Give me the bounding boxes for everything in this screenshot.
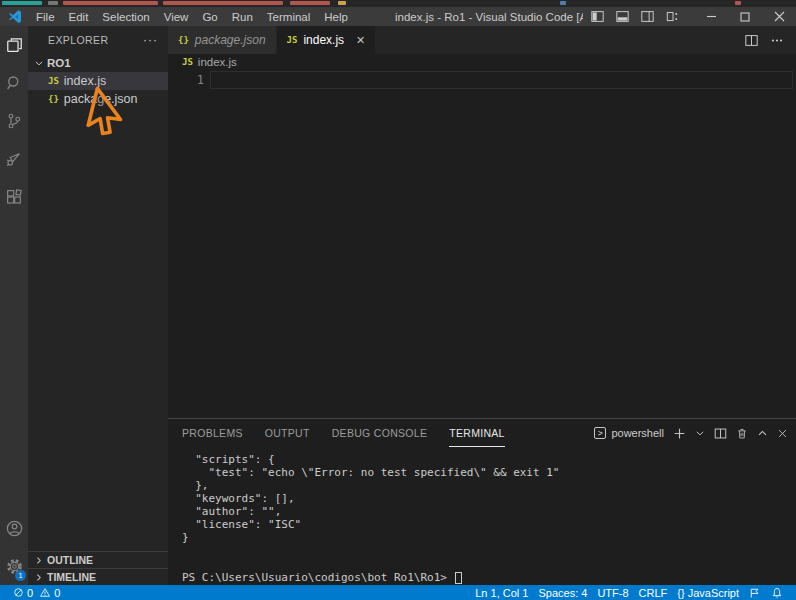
toggle-panel-icon[interactable] [616, 10, 629, 23]
chevron-right-icon [34, 573, 43, 582]
code-fragment [290, 1, 330, 5]
outline-section[interactable]: OUTLINE [28, 551, 168, 568]
file-row-indexjs[interactable]: JS index.js [28, 72, 168, 90]
code-fragment [2, 1, 42, 5]
tab-debug-console[interactable]: DEBUG CONSOLE [332, 419, 428, 447]
minimize-button[interactable] [694, 7, 728, 26]
toggle-secondary-sidebar-icon[interactable] [641, 10, 654, 23]
close-panel-icon[interactable] [777, 428, 788, 439]
menu-edit[interactable]: Edit [62, 7, 96, 26]
code-fragment [735, 1, 741, 5]
editor-actions [745, 26, 796, 54]
panel-header: PROBLEMS OUTPUT DEBUG CONSOLE TERMINAL >… [168, 419, 796, 447]
code-fragment [48, 1, 58, 5]
shell-picker[interactable]: > powershell [594, 427, 664, 439]
panel-tabs: PROBLEMS OUTPUT DEBUG CONSOLE TERMINAL [182, 419, 505, 447]
code-fragment [163, 1, 283, 5]
terminal-prompt[interactable]: PS C:\Users\Usuario\codigos\bot Ro1\Ro1> [182, 571, 796, 584]
terminal-line: } [182, 531, 796, 544]
cursor-position[interactable]: Ln 1, Col 1 [470, 587, 533, 599]
notifications-bell-icon[interactable] [766, 587, 788, 599]
terminal-actions: > powershell [594, 427, 788, 440]
sidebar-title: EXPLORER [48, 34, 108, 46]
menu-selection[interactable]: Selection [95, 7, 156, 26]
menu-help[interactable]: Help [317, 7, 355, 26]
feedback-icon[interactable] [744, 587, 766, 599]
toggle-sidebar-icon[interactable] [591, 10, 604, 23]
accounts-icon[interactable] [0, 509, 28, 547]
layout-controls [591, 10, 680, 23]
terminal-cursor [455, 572, 462, 584]
code-fragment [338, 1, 346, 5]
terminal-line: "keywords": [], [182, 492, 796, 505]
status-bar-right: Ln 1, Col 1 Spaces: 4 UTF-8 CRLF {} Java… [470, 587, 788, 599]
terminal-line: }, [182, 479, 796, 492]
shell-label: powershell [611, 427, 664, 439]
language-label: JavaScript [688, 587, 739, 599]
terminal-output[interactable]: "scripts": { "test": "echo \"Error: no t… [168, 447, 796, 585]
launch-profile-chevron-icon[interactable] [695, 428, 705, 438]
terminal-line: "scripts": { [182, 453, 796, 466]
tab-bar: {} package.json JS index.js ✕ [168, 26, 796, 54]
chevron-right-icon [34, 556, 43, 565]
maximize-button[interactable] [728, 7, 762, 26]
vscode-logo-icon [7, 9, 23, 25]
menu-view[interactable]: View [157, 7, 196, 26]
menu-file[interactable]: File [29, 7, 62, 26]
title-bar: File Edit Selection View Go Run Terminal… [0, 7, 796, 26]
tab-indexjs[interactable]: JS index.js ✕ [277, 26, 377, 54]
run-debug-icon[interactable] [0, 140, 28, 178]
js-file-icon: JS [48, 76, 59, 86]
extensions-icon[interactable] [0, 178, 28, 216]
activity-bar: 1 [0, 26, 28, 585]
menu-run[interactable]: Run [225, 7, 260, 26]
language-mode[interactable]: {} JavaScript [672, 587, 744, 599]
settings-badge: 1 [15, 570, 26, 581]
maximize-panel-chevron-icon[interactable] [757, 428, 768, 439]
window-controls [694, 7, 796, 26]
sidebar-more-actions[interactable]: ··· [143, 33, 158, 47]
close-button[interactable] [762, 7, 796, 26]
warning-icon [39, 587, 51, 598]
error-icon [13, 587, 24, 598]
timeline-section[interactable]: TIMELINE [28, 568, 168, 585]
tab-problems[interactable]: PROBLEMS [182, 419, 243, 447]
new-terminal-icon[interactable] [673, 427, 686, 440]
menu-go[interactable]: Go [195, 7, 224, 26]
file-row-packagejson[interactable]: {} package.json [28, 90, 168, 108]
code-editor[interactable]: 1 [168, 70, 796, 418]
settings-gear-icon[interactable]: 1 [0, 547, 28, 585]
encoding[interactable]: UTF-8 [592, 587, 633, 599]
background-window-sliver [0, 0, 796, 7]
kill-terminal-trash-icon[interactable] [736, 427, 748, 440]
menu-terminal[interactable]: Terminal [260, 7, 317, 26]
customize-layout-icon[interactable] [666, 10, 680, 23]
code-fragment [63, 1, 158, 5]
indentation[interactable]: Spaces: 4 [533, 587, 592, 599]
chevron-down-icon [34, 58, 44, 68]
split-editor-icon[interactable] [745, 34, 758, 47]
breadcrumb[interactable]: JS index.js [168, 54, 796, 70]
tab-packagejson[interactable]: {} package.json [168, 26, 277, 54]
explorer-sidebar: EXPLORER ··· RO1 JS index.js {} package.… [28, 26, 168, 585]
split-terminal-icon[interactable] [714, 427, 727, 440]
terminal-line: "license": "ISC" [182, 518, 796, 531]
source-control-icon[interactable] [0, 102, 28, 140]
tab-output[interactable]: OUTPUT [265, 419, 310, 447]
explorer-icon[interactable] [0, 26, 28, 64]
problems-status[interactable]: 0 0 [8, 585, 65, 600]
folder-name: RO1 [47, 57, 71, 69]
search-icon[interactable] [0, 64, 28, 102]
status-bar: 0 0 Ln 1, Col 1 Spaces: 4 UTF-8 CRLF {} … [0, 585, 796, 600]
eol-sequence[interactable]: CRLF [634, 587, 673, 599]
section-label: TIMELINE [47, 571, 96, 583]
json-file-icon: {} [178, 35, 189, 45]
braces-icon: {} [677, 587, 684, 599]
close-tab-icon[interactable]: ✕ [356, 34, 365, 47]
folder-row-ro1[interactable]: RO1 [28, 54, 168, 72]
more-actions-icon[interactable] [770, 34, 784, 47]
js-file-icon: JS [287, 35, 298, 45]
tab-terminal[interactable]: TERMINAL [449, 419, 505, 447]
current-line-highlight [210, 71, 793, 89]
terminal-line: "test": "echo \"Error: no test specified… [182, 466, 796, 479]
